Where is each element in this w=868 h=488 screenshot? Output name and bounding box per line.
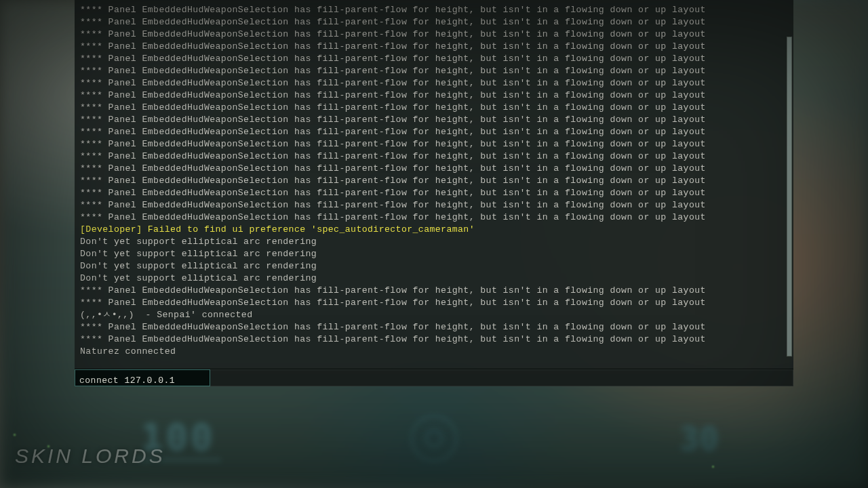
hud-center-emblem [410,415,458,462]
console-line: **** Panel EmbeddedHudWeaponSelection ha… [80,53,788,65]
console-input-row [75,369,793,386]
console-line: **** Panel EmbeddedHudWeaponSelection ha… [80,102,788,114]
console-line: **** Panel EmbeddedHudWeaponSelection ha… [80,285,788,297]
console-line: Don't yet support elliptical arc renderi… [80,272,788,285]
console-line: **** Panel EmbeddedHudWeaponSelection ha… [80,199,788,211]
console-line: [Developer] Failed to find ui preference… [80,224,788,236]
console-suggest-dropdown[interactable] [210,369,793,386]
particle [14,434,16,436]
console-input[interactable] [79,375,205,386]
console-line: **** Panel EmbeddedHudWeaponSelection ha… [80,187,788,199]
console-line: **** Panel EmbeddedHudWeaponSelection ha… [80,138,788,150]
console-input-cell[interactable] [75,369,210,386]
console-line: **** Panel EmbeddedHudWeaponSelection ha… [80,4,788,16]
console-line: Don't yet support elliptical arc renderi… [80,248,788,260]
console-line: Don't yet support elliptical arc renderi… [80,260,788,272]
particle [712,466,714,468]
console-line: **** Panel EmbeddedHudWeaponSelection ha… [80,297,788,309]
console-line: **** Panel EmbeddedHudWeaponSelection ha… [80,321,788,333]
console-line: (,,•ㅅ•,,) - Senpai' connected [80,309,788,321]
hud-ammo-value: 30 [679,420,719,458]
console-output[interactable]: **** Panel EmbeddedHudWeaponSelection ha… [75,0,793,361]
console-line: **** Panel EmbeddedHudWeaponSelection ha… [80,28,788,41]
console-line: **** Panel EmbeddedHudWeaponSelection ha… [80,89,788,102]
console-line: **** Panel EmbeddedHudWeaponSelection ha… [80,41,788,53]
console-line: **** Panel EmbeddedHudWeaponSelection ha… [80,77,788,89]
console-line: **** Panel EmbeddedHudWeaponSelection ha… [80,114,788,126]
developer-console: **** Panel EmbeddedHudWeaponSelection ha… [75,0,793,386]
console-line: **** Panel EmbeddedHudWeaponSelection ha… [80,163,788,175]
console-line: **** Panel EmbeddedHudWeaponSelection ha… [80,333,788,346]
console-line: **** Panel EmbeddedHudWeaponSelection ha… [80,16,788,28]
particle [47,445,50,447]
console-line: Naturez connected [80,346,788,358]
console-line: **** Panel EmbeddedHudWeaponSelection ha… [80,150,788,163]
console-line: Don't yet support elliptical arc renderi… [80,236,788,248]
console-line: **** Panel EmbeddedHudWeaponSelection ha… [80,126,788,138]
console-scrollbar[interactable] [787,37,792,357]
console-line: **** Panel EmbeddedHudWeaponSelection ha… [80,175,788,187]
console-line: **** Panel EmbeddedHudWeaponSelection ha… [80,65,788,77]
watermark-text: SKIN LORDS [15,445,165,468]
console-line: **** Panel EmbeddedHudWeaponSelection ha… [80,211,788,224]
